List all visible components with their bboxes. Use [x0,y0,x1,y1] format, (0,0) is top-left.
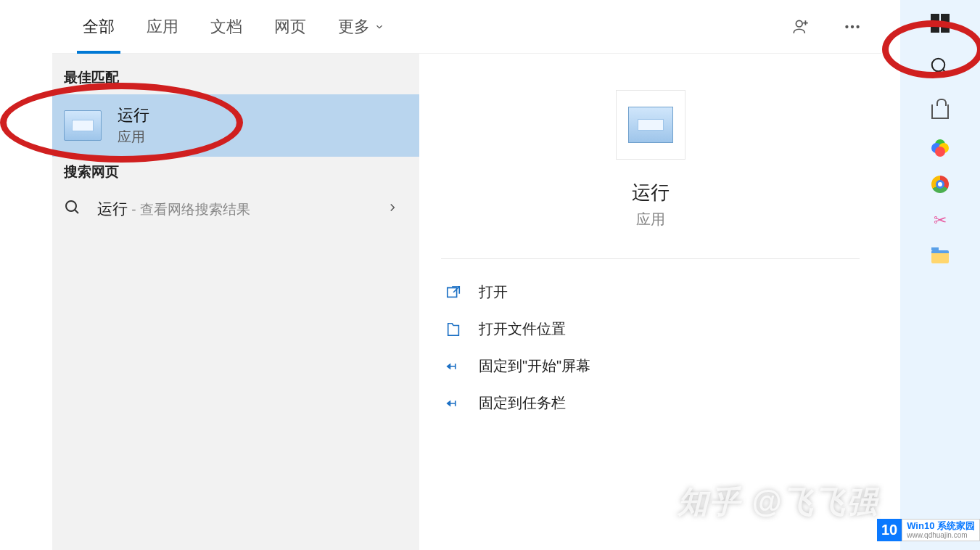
section-search-web: 搜索网页 [52,157,419,189]
taskbar-snip[interactable]: ✂ [921,203,959,238]
badge-logo: 10 [877,519,902,541]
badge-line1: Win10 系统家园 [907,521,975,531]
pin-start-icon [444,358,463,374]
svg-point-2 [851,25,854,28]
action-open[interactable]: 打开 [441,274,860,311]
run-app-icon [64,110,102,141]
tab-web[interactable]: 网页 [258,0,322,54]
file-explorer-icon [931,250,949,263]
preview-subtitle: 应用 [636,210,665,229]
web-search-query: 运行 [97,200,128,217]
taskbar-rail: ✂ [900,0,980,550]
pin-taskbar-icon [444,395,463,411]
filter-tabs: 全部 应用 文档 网页 更多 [52,0,881,54]
action-pin-taskbar[interactable]: 固定到任务栏 [441,385,860,422]
best-match-result[interactable]: 运行 应用 [52,94,419,157]
preview-title: 运行 [632,180,670,205]
action-open-location[interactable]: 打开文件位置 [441,311,860,348]
chevron-right-icon [386,201,399,217]
svg-line-5 [75,210,78,213]
svg-line-8 [943,70,949,75]
preview-app-icon [616,90,685,160]
divider [441,258,860,259]
svg-point-4 [66,201,76,211]
chrome-icon [931,176,949,193]
web-search-result[interactable]: 运行 - 查看网络搜索结果 [52,189,419,229]
svg-point-7 [932,59,945,72]
section-best-match: 最佳匹配 [52,62,419,94]
start-button[interactable] [921,6,959,41]
action-open-location-label: 打开文件位置 [479,319,566,339]
taskbar-explorer[interactable] [921,239,959,274]
best-match-subtitle: 应用 [118,128,149,147]
best-match-title: 运行 [118,104,149,126]
tab-apps[interactable]: 应用 [131,0,194,54]
windows-logo-icon [931,14,950,33]
open-icon [444,284,463,300]
tab-more-label: 更多 [338,16,370,38]
taskbar-chrome[interactable] [921,167,959,202]
svg-point-1 [845,25,848,28]
results-list: 最佳匹配 运行 应用 搜索网页 运行 - 查看网络搜索结果 [52,54,419,550]
tab-documents[interactable]: 文档 [194,0,258,54]
taskbar-store[interactable] [921,94,959,129]
folder-location-icon [444,321,463,337]
store-icon [931,104,949,119]
feedback-icon[interactable] [787,12,816,41]
svg-rect-6 [448,287,457,297]
action-pin-start[interactable]: 固定到"开始"屏幕 [441,348,860,385]
snip-icon: ✂ [934,211,947,230]
action-pin-start-label: 固定到"开始"屏幕 [479,356,590,376]
more-options-icon[interactable] [838,12,867,41]
svg-point-0 [796,20,802,27]
colorful-app-icon [931,139,949,157]
search-icon [929,56,951,78]
source-badge: 10 Win10 系统家园www.qdhuajin.com [877,519,980,541]
preview-pane: 运行 应用 打开 打开文件位置 固定到"开始"屏幕 [419,54,881,550]
search-panel: 全部 应用 文档 网页 更多 最佳匹配 运行 应用 [52,0,881,550]
tab-more[interactable]: 更多 [322,0,400,54]
action-open-label: 打开 [479,282,508,302]
web-search-hint: - 查看网络搜索结果 [128,202,250,217]
badge-line2: www.qdhuajin.com [907,531,975,539]
svg-point-3 [856,25,859,28]
taskbar-app-colorful[interactable] [921,131,959,165]
chevron-down-icon [374,17,384,36]
action-pin-taskbar-label: 固定到任务栏 [479,393,566,413]
taskbar-search-button[interactable] [904,45,976,89]
search-icon [64,199,84,219]
preview-actions: 打开 打开文件位置 固定到"开始"屏幕 固定到任务栏 [419,269,881,426]
tab-all[interactable]: 全部 [67,0,131,54]
